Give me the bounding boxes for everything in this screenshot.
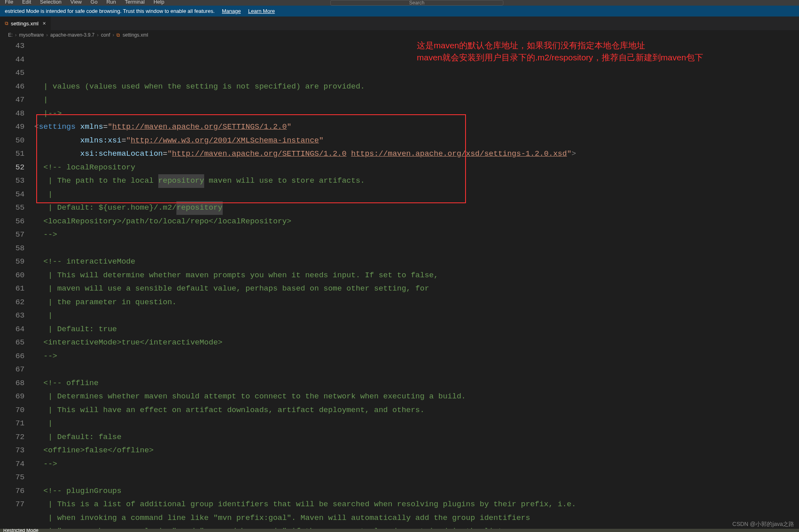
menu-item-terminal[interactable]: Terminal	[123, 0, 146, 6]
code-line[interactable]: -->	[34, 228, 799, 242]
line-number: 67	[0, 363, 25, 377]
line-number: 77	[0, 498, 25, 511]
notification-text: estricted Mode is intended for safe code…	[5, 8, 215, 14]
chevron-right-icon: ›	[15, 32, 17, 38]
code-line[interactable]: |-->	[34, 107, 799, 121]
menu-item-edit[interactable]: Edit	[21, 0, 33, 6]
code-editor[interactable]: 4344454647484950515253545556575859606162…	[0, 39, 799, 532]
code-line[interactable]: -->	[34, 350, 799, 363]
line-number: 47	[0, 93, 25, 107]
code-line[interactable]: <!-- offline	[34, 377, 799, 390]
search-placeholder: Search	[409, 0, 424, 6]
breadcrumb-part[interactable]: conf	[101, 32, 110, 38]
line-number: 55	[0, 201, 25, 215]
chevron-right-icon: ›	[97, 32, 99, 38]
code-line[interactable]: <interactiveMode>true</interactiveMode>	[34, 336, 799, 350]
code-line[interactable]: | Default: false	[34, 431, 799, 444]
line-number: 74	[0, 458, 25, 471]
code-line[interactable]: | maven will use a sensible default valu…	[34, 282, 799, 296]
line-number: 53	[0, 174, 25, 188]
breadcrumb-part[interactable]: apache-maven-3.9.7	[50, 32, 95, 38]
red-annotation: 这是maven的默认仓库地址，如果我们没有指定本地仓库地址 maven就会安装到…	[417, 39, 703, 64]
code-line[interactable]: xsi:schemaLocation="http://maven.apache.…	[34, 147, 799, 161]
chevron-right-icon: ›	[112, 32, 114, 38]
code-line[interactable]: -->	[34, 458, 799, 471]
code-line[interactable]: | This will have an effect on artifact d…	[34, 404, 799, 417]
tab-bar: ⧉ settings.xml ×	[0, 16, 799, 31]
close-icon[interactable]: ×	[43, 20, 46, 27]
line-number: 54	[0, 188, 25, 202]
code-line[interactable]: |	[34, 188, 799, 202]
code-line[interactable]: | Default: ${user.home}/.m2/repository	[34, 201, 799, 215]
learn-more-link[interactable]: Learn More	[248, 8, 275, 14]
line-number: 56	[0, 215, 25, 229]
line-number: 57	[0, 228, 25, 242]
breadcrumb-part[interactable]: settings.xml	[122, 32, 148, 38]
restricted-mode-status[interactable]: Restricted Mode	[3, 529, 38, 532]
breadcrumb-part[interactable]: mysoftware	[19, 32, 43, 38]
line-number: 59	[0, 255, 25, 269]
line-number: 60	[0, 269, 25, 282]
line-number: 76	[0, 485, 25, 498]
line-number: 48	[0, 107, 25, 121]
menu-item-help[interactable]: Help	[152, 0, 166, 6]
xml-icon: ⧉	[116, 32, 120, 38]
line-number: 66	[0, 350, 25, 363]
line-number: 70	[0, 404, 25, 417]
code-line[interactable]	[34, 242, 799, 256]
chevron-right-icon: ›	[46, 32, 48, 38]
code-line[interactable]: | This is a list of additional group ide…	[34, 498, 799, 511]
menu-item-view[interactable]: View	[69, 0, 83, 6]
code-line[interactable]: | This will determine whether maven prom…	[34, 269, 799, 282]
code-line[interactable]	[34, 471, 799, 485]
menu-item-selection[interactable]: Selection	[38, 0, 63, 6]
line-number: 73	[0, 444, 25, 458]
line-number: 61	[0, 282, 25, 296]
restricted-mode-bar: estricted Mode is intended for safe code…	[0, 6, 799, 16]
code-line[interactable]: <!-- localRepository	[34, 161, 799, 175]
code-line[interactable]: | Determines whether maven should attemp…	[34, 390, 799, 404]
manage-link[interactable]: Manage	[222, 8, 241, 14]
line-number: 62	[0, 296, 25, 309]
code-line[interactable]: |	[34, 93, 799, 107]
line-number: 72	[0, 431, 25, 444]
line-number: 69	[0, 390, 25, 404]
code-line[interactable]: |	[34, 309, 799, 323]
code-line[interactable]: <!-- pluginGroups	[34, 485, 799, 498]
watermark: CSDN @小郭的java之路	[733, 521, 794, 528]
line-number: 49	[0, 120, 25, 134]
code-content[interactable]: 这是maven的默认仓库地址，如果我们没有指定本地仓库地址 maven就会安装到…	[34, 39, 799, 532]
menu-item-run[interactable]: Run	[105, 0, 118, 6]
line-number-gutter: 4344454647484950515253545556575859606162…	[0, 39, 34, 532]
line-number: 68	[0, 377, 25, 390]
breadcrumb[interactable]: E:›mysoftware›apache-maven-3.9.7›conf›⧉ …	[0, 31, 799, 39]
code-line[interactable]: <offline>false</offline>	[34, 444, 799, 458]
line-number: 52	[0, 161, 25, 175]
code-line[interactable]: | the parameter in question.	[34, 296, 799, 309]
line-number: 58	[0, 242, 25, 256]
line-number: 65	[0, 336, 25, 350]
line-number: 64	[0, 323, 25, 336]
tab-label: settings.xml	[11, 21, 39, 27]
tab-settings-xml[interactable]: ⧉ settings.xml ×	[0, 16, 51, 30]
code-line[interactable]: xmlns:xsi="http://www.w3.org/2001/XMLSch…	[34, 134, 799, 148]
code-line[interactable]: | when invoking a command line like "mvn…	[34, 511, 799, 525]
code-line[interactable]: | values (values used when the setting i…	[34, 80, 799, 94]
breadcrumb-part[interactable]: E:	[8, 32, 12, 38]
code-line[interactable]: <settings xmlns="http://maven.apache.org…	[34, 120, 799, 134]
line-number: 50	[0, 134, 25, 148]
code-line[interactable]	[34, 363, 799, 377]
code-line[interactable]: | The path to the local repository maven…	[34, 174, 799, 188]
line-number: 46	[0, 80, 25, 94]
line-number: 44	[0, 53, 25, 67]
code-line[interactable]: <!-- interactiveMode	[34, 255, 799, 269]
line-number: 45	[0, 66, 25, 80]
search-input[interactable]: Search	[330, 0, 503, 6]
code-line[interactable]: | Default: true	[34, 323, 799, 336]
menu-item-go[interactable]: Go	[89, 0, 99, 6]
line-number: 71	[0, 417, 25, 431]
code-line[interactable]: |	[34, 417, 799, 431]
menu-item-file[interactable]: File	[3, 0, 15, 6]
code-line[interactable]: <localRepository>/path/to/local/repo</lo…	[34, 215, 799, 229]
line-number: 63	[0, 309, 25, 323]
